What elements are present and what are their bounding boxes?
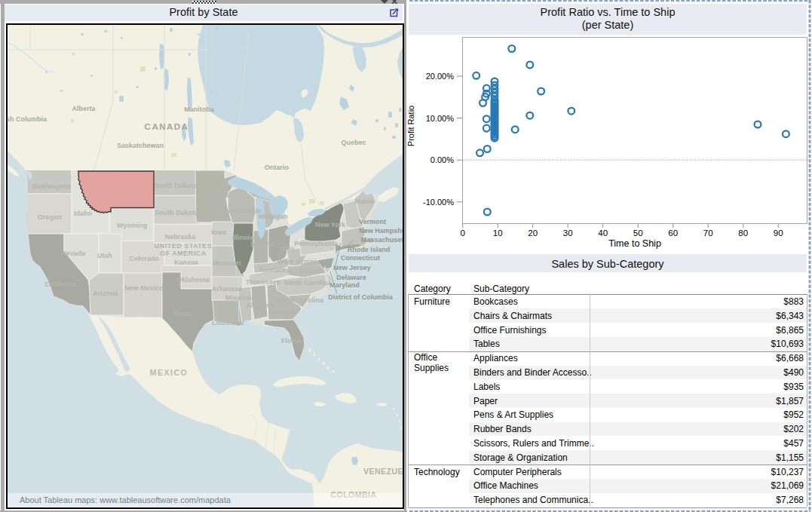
svg-text:North Carolina: North Carolina bbox=[284, 279, 332, 287]
svg-text:CANADA: CANADA bbox=[145, 122, 189, 131]
svg-text:30: 30 bbox=[563, 228, 573, 238]
svg-text:Oklahoma: Oklahoma bbox=[176, 276, 210, 284]
svg-text:Oregon: Oregon bbox=[38, 213, 62, 221]
svg-text:Idaho: Idaho bbox=[74, 210, 93, 217]
svg-text:80: 80 bbox=[738, 228, 748, 238]
svg-text:40: 40 bbox=[598, 228, 608, 238]
svg-text:20: 20 bbox=[528, 228, 538, 238]
svg-text:New Hampshire: New Hampshire bbox=[359, 227, 403, 235]
svg-text:Missouri: Missouri bbox=[213, 259, 241, 267]
svg-text:Ohio: Ohio bbox=[280, 245, 296, 253]
svg-text:Massachusetts: Massachusetts bbox=[361, 236, 403, 244]
svg-text:California: California bbox=[44, 281, 77, 288]
svg-text:Florida: Florida bbox=[281, 337, 305, 345]
svg-text:Utah: Utah bbox=[97, 252, 112, 259]
svg-text:Time to Ship: Time to Ship bbox=[608, 238, 661, 249]
svg-text:Arizona: Arizona bbox=[93, 290, 118, 297]
svg-text:70: 70 bbox=[703, 228, 713, 238]
svg-text:Connecticut: Connecticut bbox=[341, 254, 380, 262]
svg-text:British Columbia: British Columbia bbox=[8, 115, 47, 123]
svg-text:Tennessee: Tennessee bbox=[246, 278, 280, 286]
svg-text:South Dakota: South Dakota bbox=[155, 209, 199, 216]
svg-text:OF AMERICA: OF AMERICA bbox=[160, 250, 207, 257]
svg-text:Arkansas: Arkansas bbox=[212, 285, 243, 293]
svg-text:MEXICO: MEXICO bbox=[150, 368, 188, 377]
svg-text:Minnesota: Minnesota bbox=[196, 192, 230, 199]
svg-text:New Mexico: New Mexico bbox=[124, 284, 164, 292]
svg-text:Nevada: Nevada bbox=[61, 250, 86, 257]
svg-text:Vermont: Vermont bbox=[359, 218, 386, 225]
svg-text:Louisiana: Louisiana bbox=[212, 319, 244, 327]
svg-text:Nebraska: Nebraska bbox=[165, 233, 197, 241]
svg-text:Mississippi: Mississippi bbox=[225, 294, 262, 302]
svg-text:VENEZUELA: VENEZUELA bbox=[363, 467, 403, 476]
svg-text:Washington: Washington bbox=[32, 182, 70, 190]
svg-text:Manitoba: Manitoba bbox=[184, 106, 214, 113]
svg-text:New York: New York bbox=[315, 221, 346, 228]
svg-text:50: 50 bbox=[633, 228, 643, 238]
svg-text:Iowa: Iowa bbox=[211, 228, 227, 236]
svg-text:10.00%: 10.00% bbox=[426, 114, 455, 123]
svg-text:Maryland: Maryland bbox=[329, 281, 360, 289]
svg-text:Ontario: Ontario bbox=[265, 164, 290, 171]
svg-text:0.00%: 0.00% bbox=[431, 155, 454, 164]
svg-text:Pennsylvania: Pennsylvania bbox=[294, 240, 339, 247]
svg-text:Georgia: Georgia bbox=[268, 308, 295, 316]
svg-text:Maine: Maine bbox=[354, 198, 374, 205]
svg-text:Indiana: Indiana bbox=[250, 241, 274, 248]
svg-text:90: 90 bbox=[774, 228, 783, 238]
svg-text:Alberta: Alberta bbox=[72, 105, 96, 112]
svg-text:UNITED STATES: UNITED STATES bbox=[155, 242, 213, 250]
svg-text:20.00%: 20.00% bbox=[426, 72, 455, 81]
svg-text:New Jersey: New Jersey bbox=[333, 264, 371, 271]
svg-text:Michigan: Michigan bbox=[258, 213, 287, 220]
svg-text:Rhode Island: Rhode Island bbox=[348, 246, 391, 253]
svg-text:Texas: Texas bbox=[173, 310, 192, 317]
svg-text:West Virginia: West Virginia bbox=[277, 258, 321, 265]
svg-text:Wisconsin: Wisconsin bbox=[228, 207, 262, 215]
svg-text:District of Columbia: District of Columbia bbox=[328, 293, 393, 301]
svg-text:Quebec: Quebec bbox=[341, 139, 366, 146]
svg-text:-10.00%: -10.00% bbox=[423, 198, 454, 207]
svg-text:Virginia: Virginia bbox=[300, 267, 326, 274]
svg-text:North Dakota: North Dakota bbox=[155, 182, 198, 189]
svg-text:Delaware: Delaware bbox=[336, 274, 366, 281]
svg-text:60: 60 bbox=[668, 228, 678, 238]
svg-text:Kansas: Kansas bbox=[174, 259, 198, 266]
svg-text:Colorado: Colorado bbox=[129, 255, 159, 262]
svg-text:South Carolina: South Carolina bbox=[275, 296, 324, 304]
svg-text:10: 10 bbox=[493, 228, 503, 238]
svg-text:Saskatchewan: Saskatchewan bbox=[117, 142, 164, 149]
svg-text:Kentucky: Kentucky bbox=[259, 266, 290, 274]
svg-text:Profit Ratio: Profit Ratio bbox=[407, 106, 415, 146]
svg-text:Wyoming: Wyoming bbox=[117, 222, 147, 229]
svg-text:0: 0 bbox=[460, 228, 464, 238]
